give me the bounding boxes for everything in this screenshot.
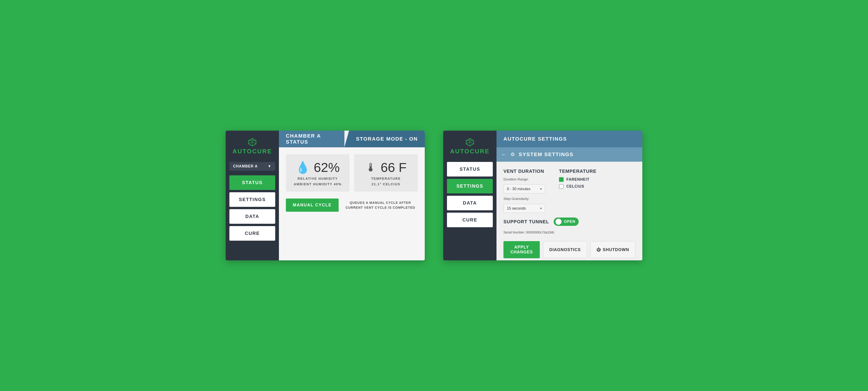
- sidebar-nav-2: STATUS SETTINGS DATA CURE: [443, 159, 496, 256]
- chevron-down-icon: ▼: [268, 164, 272, 169]
- toggle-circle: [556, 219, 562, 225]
- metrics-row: 💧 62% RELATIVE HUMIDITY AMBIENT HUMIDITY…: [286, 154, 418, 191]
- humidity-card: 💧 62% RELATIVE HUMIDITY AMBIENT HUMIDITY…: [286, 154, 349, 191]
- sidebar-item-settings[interactable]: SETTINGS: [229, 192, 275, 207]
- sidebar2-item-cure[interactable]: CURE: [447, 213, 493, 227]
- settings-top-bar: AUTOCURE SETTINGS: [496, 131, 642, 147]
- celcius-option[interactable]: CELCIUS: [559, 184, 596, 189]
- chamber-status-title: CHAMBER A STATUS: [279, 131, 344, 147]
- sidebar-item-data[interactable]: DATA: [229, 209, 275, 224]
- apply-changes-button[interactable]: APPLY CHANGES: [503, 241, 540, 258]
- sidebar2-item-settings[interactable]: SETTINGS: [447, 179, 493, 193]
- support-tunnel-toggle[interactable]: OPEN: [554, 217, 579, 226]
- storage-mode-badge: STORAGE MODE - ON: [344, 131, 425, 147]
- temp-options: FARENHEIT CELCIUS: [559, 177, 596, 189]
- power-icon: ⏻: [596, 247, 601, 252]
- manual-cycle-button[interactable]: MANUAL CYCLE: [286, 199, 339, 212]
- back-button[interactable]: ←: [501, 151, 507, 158]
- logo-area-2: AUTOCURE: [443, 131, 496, 159]
- app-logo-text-2: AUTOCURE: [450, 148, 490, 155]
- duration-range-label: Duration Range:: [503, 177, 545, 181]
- status-panel: AUTOCURE CHAMBER A ▼ STATUS SETTINGS DAT…: [226, 131, 425, 260]
- temperature-card: 🌡 66 F TEMPERATURE 21.1° CELCIUS: [354, 154, 418, 191]
- status-top-bar: CHAMBER A STATUS STORAGE MODE - ON: [279, 131, 425, 147]
- duration-range-select[interactable]: 0 - 30 minutes: [503, 184, 545, 193]
- sidebar-right: AUTOCURE STATUS SETTINGS DATA CURE: [443, 131, 496, 260]
- sidebar-left: AUTOCURE CHAMBER A ▼ STATUS SETTINGS DAT…: [226, 131, 279, 260]
- temperature-title: TEMPERATURE: [559, 169, 596, 174]
- sidebar2-item-status[interactable]: STATUS: [447, 162, 493, 177]
- celcius-value: 21.1° CELCIUS: [372, 182, 400, 186]
- logo-area: AUTOCURE: [226, 131, 279, 159]
- sidebar-item-status[interactable]: STATUS: [229, 175, 275, 190]
- humidity-value: 62%: [314, 160, 340, 175]
- settings-main: AUTOCURE SETTINGS ← ⚙ SYSTEM SETTINGS VE…: [496, 131, 642, 260]
- logo-icon: [248, 138, 257, 148]
- temperature-label: TEMPERATURE: [371, 177, 401, 180]
- celcius-checkbox[interactable]: [559, 184, 564, 189]
- temperature-main: 🌡 66 F: [365, 160, 406, 175]
- shutdown-button[interactable]: ⏻ SHUTDOWN: [590, 241, 636, 258]
- chamber-selector[interactable]: CHAMBER A ▼: [229, 162, 275, 171]
- system-settings-label: SYSTEM SETTINGS: [519, 151, 574, 157]
- sidebar2-item-data[interactable]: DATA: [447, 196, 493, 210]
- ambient-humidity: AMBIENT HUMIDITY 40%: [294, 182, 342, 186]
- serial-number: Serial Number: 00000000c7da19dc: [503, 231, 636, 234]
- farenheit-checkbox[interactable]: [559, 177, 564, 182]
- support-tunnel-row: SUPPORT TUNNEL OPEN: [503, 217, 636, 226]
- settings-body: VENT DURATION Duration Range: 0 - 30 min…: [496, 162, 642, 260]
- logo-icon-2: [465, 138, 474, 148]
- settings-sub-bar: ← ⚙ SYSTEM SETTINGS: [496, 147, 642, 162]
- gear-icon: ⚙: [510, 151, 515, 157]
- action-buttons-row: APPLY CHANGES DIAGNOSTICS ⏻ SHUTDOWN: [503, 241, 636, 258]
- settings-two-col: VENT DURATION Duration Range: 0 - 30 min…: [503, 169, 636, 213]
- manual-cycle-note: QUEUES A MANUAL CYCLE AFTER CURRENT VENT…: [346, 200, 415, 210]
- humidity-icon: 💧: [296, 161, 310, 174]
- step-granularity-select[interactable]: 15 seconds: [503, 204, 545, 213]
- diagnostics-button[interactable]: DIAGNOSTICS: [543, 241, 587, 258]
- temperature-col: TEMPERATURE FARENHEIT CELCIUS: [559, 169, 596, 213]
- app-logo-text: AUTOCURE: [232, 148, 272, 155]
- farenheit-option[interactable]: FARENHEIT: [559, 177, 596, 182]
- step-granularity-label: Step Granularity:: [503, 197, 545, 201]
- toggle-label: OPEN: [564, 219, 575, 224]
- humidity-label: RELATIVE HUMIDITY: [298, 177, 338, 180]
- step-granularity-select-wrapper[interactable]: 15 seconds: [503, 204, 545, 213]
- sidebar-nav: STATUS SETTINGS DATA CURE: [226, 173, 279, 256]
- vent-duration-col: VENT DURATION Duration Range: 0 - 30 min…: [503, 169, 545, 213]
- manual-cycle-row: MANUAL CYCLE QUEUES A MANUAL CYCLE AFTER…: [286, 199, 418, 212]
- support-tunnel-title: SUPPORT TUNNEL: [503, 219, 549, 224]
- status-content-area: 💧 62% RELATIVE HUMIDITY AMBIENT HUMIDITY…: [279, 147, 425, 260]
- temperature-value: 66 F: [380, 160, 406, 175]
- status-main: CHAMBER A STATUS STORAGE MODE - ON 💧 62%…: [279, 131, 425, 260]
- sidebar-item-cure[interactable]: CURE: [229, 226, 275, 241]
- thermometer-icon: 🌡: [365, 161, 377, 174]
- settings-panel: AUTOCURE STATUS SETTINGS DATA CURE AUTOC…: [443, 131, 642, 260]
- vent-duration-title: VENT DURATION: [503, 169, 545, 174]
- duration-range-select-wrapper[interactable]: 0 - 30 minutes: [503, 184, 545, 193]
- humidity-main: 💧 62%: [296, 160, 340, 175]
